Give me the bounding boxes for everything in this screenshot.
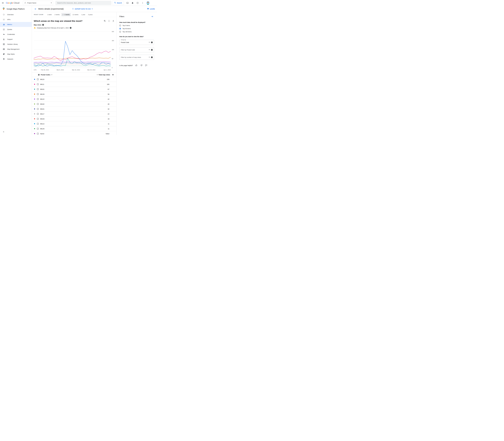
time-range-1-year[interactable]: 1 year	[80, 13, 86, 16]
row-checkbox[interactable]	[37, 98, 39, 100]
more-options-icon[interactable]	[141, 1, 145, 5]
sidebar-item-overview[interactable]: Overview	[0, 12, 32, 17]
select-caret-icon	[149, 57, 150, 58]
map-views-value: 42	[108, 98, 109, 100]
table-row[interactable]: 98111165	[32, 82, 116, 87]
timezone-label: UTC	[34, 69, 37, 71]
table-row[interactable]: 9813356	[32, 92, 116, 97]
table-row[interactable]: 9810167	[32, 87, 116, 92]
map-views-filter-select[interactable]: Filter by number of map views ?	[119, 55, 154, 60]
radio-option-top-100-items[interactable]: Top 100 items	[119, 31, 154, 32]
table-row[interactable]: 9812511	[32, 126, 116, 131]
radio-option-top-50-items[interactable]: Top 50 items	[119, 28, 154, 30]
radio-button-icon[interactable]	[119, 25, 121, 26]
row-checkbox[interactable]	[37, 108, 39, 110]
feedback-icon[interactable]	[145, 64, 147, 67]
postal-code-filter-help-icon[interactable]: ?	[151, 49, 153, 51]
learn-link[interactable]: LEARN	[147, 8, 155, 10]
reset-zoom-button[interactable]: RESET ZOOM	[34, 14, 43, 15]
user-avatar[interactable]	[146, 1, 150, 5]
row-checkbox[interactable]	[37, 113, 39, 115]
sidebar-item-map-styles[interactable]: Map Styles	[0, 52, 32, 57]
table-row[interactable]: NameValue	[32, 131, 116, 135]
table-row[interactable]: 9811311	[32, 121, 116, 126]
row-checkbox[interactable]	[37, 123, 39, 125]
map-views-value: 67	[108, 88, 109, 90]
row-checkbox[interactable]	[37, 128, 39, 129]
fullscreen-icon[interactable]	[108, 20, 110, 22]
row-checkbox[interactable]	[37, 83, 39, 85]
radio-button-icon[interactable]	[119, 28, 121, 30]
sidebar-item-metrics[interactable]: Metrics	[0, 22, 32, 27]
table-row[interactable]: 9810132	[32, 107, 116, 111]
help-icon[interactable]: ?	[135, 1, 140, 5]
collapse-filters-icon[interactable]	[150, 15, 154, 18]
thumbs-up-icon[interactable]	[135, 64, 138, 67]
sidebar-item-solution-library[interactable]: Solution Library	[0, 42, 32, 47]
sidebar-item-support[interactable]: Support	[0, 37, 32, 42]
table-row[interactable]: 9811722	[32, 111, 116, 116]
table-row[interactable]: 98115235	[32, 77, 116, 82]
postal-code-label: 98111	[40, 83, 44, 85]
metric-help-icon[interactable]: ?	[42, 24, 44, 26]
time-range-3-years[interactable]: 3 years	[87, 13, 94, 16]
export-chart-icon[interactable]	[112, 20, 114, 22]
map-views-value: 32	[108, 108, 109, 110]
series-color-dot	[34, 133, 35, 134]
group-by-column-header[interactable]: Postal Codes	[38, 74, 52, 76]
group-by-help-icon[interactable]: ?	[151, 42, 153, 43]
map-views-filter-help-icon[interactable]: ?	[151, 56, 153, 58]
table-row[interactable]: 9810316	[32, 116, 116, 121]
top-app-bar: Google Cloud Project Name Search ?	[0, 0, 157, 6]
sidebar-item-map-management[interactable]: Map Management	[0, 47, 32, 52]
sidebar-item-datasets[interactable]: Datasets	[0, 57, 32, 62]
notifications-bell-icon[interactable]	[130, 1, 135, 5]
sidebar-item-credentials[interactable]: Credentials	[0, 32, 32, 37]
warning-help-icon[interactable]: ?	[70, 27, 71, 29]
row-checkbox[interactable]	[37, 93, 39, 95]
cloud-shell-icon[interactable]	[125, 1, 130, 5]
y-axis-tick: 0	[112, 67, 112, 68]
table-row[interactable]: 9810240	[32, 102, 116, 107]
time-range-2-weeks[interactable]: 2 weeks	[53, 13, 61, 16]
collapse-sidebar-icon[interactable]	[1, 130, 5, 134]
value-column-header[interactable]: Total map views	[97, 74, 110, 76]
table-row[interactable]: 9812242	[32, 97, 116, 102]
google-logo-text: Google	[6, 2, 13, 4]
row-checkbox[interactable]	[37, 79, 39, 80]
zoom-in-chart-icon[interactable]	[104, 20, 106, 22]
group-by-select[interactable]: Group by Postal Code ?	[119, 40, 154, 45]
export-data-button[interactable]: EXPORT DATA TO CSV	[72, 8, 93, 10]
page-title: Metric details (experimental)	[38, 8, 63, 10]
row-checkbox[interactable]	[37, 103, 39, 105]
google-cloud-logo[interactable]: Google Cloud	[6, 2, 19, 4]
row-checkbox[interactable]	[37, 88, 39, 90]
radio-option-top-5-items[interactable]: Top 5 items	[119, 25, 154, 26]
series-color-dot	[34, 113, 35, 114]
search-button[interactable]: Search	[112, 1, 124, 5]
thumbs-down-icon[interactable]	[140, 64, 142, 67]
column-settings-icon[interactable]	[112, 74, 114, 76]
row-checkbox[interactable]	[37, 118, 39, 120]
sidebar: Google Maps Platform OverviewAPIsMetrics…	[0, 6, 32, 135]
chart-canvas[interactable]	[34, 32, 110, 68]
sidebar-item-apis[interactable]: APIs	[0, 17, 32, 22]
hamburger-menu-icon[interactable]	[0, 1, 5, 5]
series-color-dot	[34, 128, 35, 129]
time-range-4-weeks[interactable]: ✓4 weeks	[61, 13, 71, 16]
sidebar-item-quotas[interactable]: Quotas	[0, 27, 32, 32]
sidebar-item-label: Support	[7, 38, 13, 40]
postal-code-filter-select[interactable]: Filter by Postal Code ?	[119, 47, 154, 52]
radio-button-icon[interactable]	[119, 31, 121, 32]
postal-code-label: 98115	[40, 79, 44, 80]
radio-label: Top 5 items	[123, 25, 130, 26]
map-management-icon	[3, 48, 5, 50]
map-views-chart[interactable]: 050150300500	[34, 32, 110, 68]
time-range-1-week[interactable]: 1 week	[46, 13, 53, 16]
search-input[interactable]	[55, 1, 111, 5]
back-arrow-icon[interactable]	[33, 7, 38, 11]
product-header: Google Maps Platform	[0, 6, 32, 12]
project-selector[interactable]: Project Name	[23, 1, 53, 5]
row-checkbox[interactable]	[37, 133, 39, 134]
time-range-12-weeks[interactable]: 12 weeks	[71, 13, 79, 16]
